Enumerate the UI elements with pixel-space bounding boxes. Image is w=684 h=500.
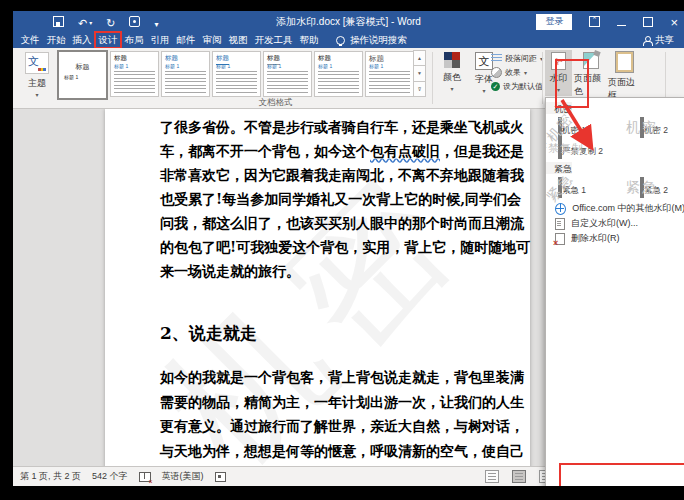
office-watermark-icon — [555, 203, 566, 215]
watermark-row: 严禁复制严禁复制 2 — [546, 137, 684, 158]
ribbon-display-options-icon[interactable] — [589, 16, 600, 27]
watermark-thumbnail-text: 机密 — [558, 122, 562, 133]
style-thumbnail-bodylines — [114, 71, 155, 93]
menu-tab-布局[interactable]: 布局 — [121, 32, 147, 48]
page-borders-icon — [616, 52, 633, 72]
person-icon — [643, 36, 651, 44]
document-text-line: 的包包了吧!可我独爱这个背包，实用，背上它，随时随地可 — [160, 235, 530, 259]
paragraph-spacing-label: 段落间距 — [505, 53, 537, 64]
menu-tab-视图[interactable]: 视图 — [225, 32, 251, 48]
share-label: 共享 — [655, 34, 674, 47]
style-thumbnail-bodylines — [267, 71, 308, 93]
menu-tab-审阅[interactable]: 审阅 — [199, 32, 225, 48]
style-thumbnail-subtitle: 标题 1 — [369, 63, 383, 69]
watermark-option-机密 2[interactable]: 机密机密 2 — [640, 119, 684, 137]
minimize-icon[interactable] — [617, 25, 626, 26]
title-bar: 添加水印.docx [兼容模式] - Word 登录 — [13, 11, 684, 32]
proofing-status-icon[interactable] — [139, 472, 151, 482]
set-as-default-button[interactable]: 设为默认值 — [491, 81, 543, 92]
gallery-down-button[interactable]: ▼ — [413, 65, 426, 81]
document-text-line: 了很多省份。不管是步行或者骑自行车，还是乘坐飞机或火 — [160, 115, 530, 139]
menu-tab-引用[interactable]: 引用 — [147, 32, 173, 48]
style-thumbnail[interactable]: 标题标题 1 — [365, 51, 414, 97]
themes-label: 主题 — [28, 77, 46, 90]
redo-icon[interactable] — [106, 13, 115, 31]
effects-label: 效果 — [505, 67, 521, 78]
lightbulb-icon — [336, 36, 345, 45]
watermark-section-header: 紧急 — [546, 162, 572, 174]
effects-button[interactable]: 效果 ▾ — [491, 67, 543, 78]
watermark-thumbnail: 紧急 — [558, 177, 562, 198]
colors-button[interactable]: 颜色 — [437, 52, 467, 92]
menu-tab-帮助[interactable]: 帮助 — [296, 32, 322, 48]
word-count-status[interactable]: 542 个字 — [92, 470, 128, 483]
watermark-option-机密 1[interactable]: 机密机密 1 — [558, 119, 628, 137]
paragraph: 了很多省份。不管是步行或者骑自行车，还是乘坐飞机或火车，都离不开一个背包，如今这… — [160, 115, 530, 283]
spellcheck-underline: 包有点破旧 — [370, 143, 440, 159]
watermark-section-header: 机密 — [546, 102, 572, 114]
menu-tab-文件[interactable]: 文件 — [17, 32, 43, 48]
custom-watermark-icon — [555, 218, 565, 230]
touch-mode-icon[interactable] — [129, 16, 140, 27]
save-icon[interactable] — [53, 16, 64, 27]
watermark-option-紧急 1[interactable]: 紧急紧急 1 — [558, 179, 628, 197]
style-thumbnail-subtitle: 标题 1 — [165, 63, 179, 69]
menu-item-label: 自定义水印(W)... — [571, 217, 638, 230]
print-layout-icon[interactable] — [512, 470, 526, 483]
style-thumbnail[interactable]: 标题标题 1 — [110, 51, 159, 97]
group-label-document-formatting: 文档格式 — [213, 97, 338, 109]
style-thumbnail[interactable]: 标题标题 1 — [263, 51, 312, 97]
chevron-down-icon: ▾ — [524, 69, 527, 76]
watermark-dropdown-panel: 机密机密机密 1机密机密 2严禁复制严禁复制 2紧急紧急紧急 1紧急紧急 2Of… — [545, 97, 684, 486]
style-thumbnail[interactable]: 标题标题 1 — [57, 50, 108, 100]
watermark-thumbnail: 严禁复制 — [558, 138, 562, 159]
close-icon[interactable] — [670, 13, 678, 31]
paragraph: 如今的我就是一个背包客，背上背包说走就走，背包里装满需要的物品，精简为主，一年计… — [160, 365, 524, 466]
style-thumbnail-subtitle: 标题 1 — [216, 63, 230, 69]
menu-item-自定义水印(W)...[interactable]: 自定义水印(W)... — [546, 216, 684, 231]
gallery-scrollbar: ▲ ▼ ⊽ — [413, 51, 426, 97]
tell-me-search[interactable]: 操作说明搜索 — [336, 34, 407, 47]
paragraph-spacing-button[interactable]: 段落间距 ▾ — [491, 53, 543, 64]
set-default-label: 设为默认值 — [503, 81, 543, 92]
watermark-option-紧急 2[interactable]: 紧急紧急 2 — [640, 179, 684, 197]
menu-item-删除水印(R)[interactable]: 删除水印(R) — [546, 231, 684, 246]
menu-tab-插入[interactable]: 插入 — [69, 32, 95, 48]
watermark-panel-menu: Office.com 中的其他水印(M)自定义水印(W)...删除水印(R) — [546, 201, 684, 246]
style-thumbnail-subtitle: 标题 1 — [267, 63, 281, 69]
gallery-more-button[interactable]: ⊽ — [413, 81, 426, 97]
sign-in-button[interactable]: 登录 — [536, 14, 572, 30]
colors-label: 颜色 — [443, 71, 461, 84]
macro-record-icon[interactable] — [215, 472, 226, 482]
style-thumbnail-title: 标题 — [59, 62, 106, 72]
read-mode-icon[interactable] — [485, 470, 499, 483]
themes-button[interactable]: 主题 — [21, 52, 53, 98]
style-thumbnail[interactable]: 标题标题 1 — [161, 51, 210, 97]
menu-tab-邮件[interactable]: 邮件 — [173, 32, 199, 48]
style-thumbnail-bodylines — [165, 71, 206, 93]
ribbon-tab-bar: 文件开始插入设计布局引用邮件审阅视图开发工具帮助 操作说明搜索 共享 — [13, 32, 684, 48]
menu-item-Office.com 中的其他水印(M)[interactable]: Office.com 中的其他水印(M) — [546, 201, 684, 216]
menu-tab-开始[interactable]: 开始 — [43, 32, 69, 48]
document-page[interactable]: 机密 了很多省份。不管是步行或者骑自行车，还是乘坐飞机或火车，都离不开一个背包，… — [105, 109, 530, 466]
style-thumbnail[interactable]: 标题标题 1 — [314, 51, 363, 97]
style-thumbnail-bodylines — [318, 71, 359, 93]
menu-tab-开发工具[interactable]: 开发工具 — [251, 32, 296, 48]
watermark-option-严禁复制 2[interactable]: 严禁复制严禁复制 2 — [558, 140, 628, 158]
gallery-up-button[interactable]: ▲ — [413, 50, 426, 66]
language-status[interactable]: 英语(美国) — [162, 470, 204, 483]
customize-qat-icon[interactable] — [154, 13, 158, 31]
document-text-line: 车，都离不开一个背包，如今这个包有点破旧，但是我还是 — [160, 139, 530, 163]
page-number-status[interactable]: 第 1 页, 共 2 页 — [20, 470, 81, 483]
page-borders-button[interactable]: 页面边框 — [608, 52, 641, 102]
watermark-button[interactable]: 水印 — [545, 50, 572, 96]
share-button[interactable]: 共享 — [643, 34, 674, 47]
style-thumbnail-title: 标题 — [114, 54, 127, 63]
watermark-thumbnail: 机密 — [640, 117, 644, 138]
style-thumbnail[interactable]: 标题标题 1 — [212, 51, 261, 97]
menu-tab-设计[interactable]: 设计 — [95, 32, 121, 48]
delete-watermark-icon — [555, 233, 565, 245]
document-text-line: 非常喜欢它，因为它跟着我走南闯北，不离不弃地跟随着我 — [160, 163, 530, 187]
restore-icon[interactable] — [643, 17, 653, 27]
undo-icon[interactable] — [78, 13, 92, 31]
